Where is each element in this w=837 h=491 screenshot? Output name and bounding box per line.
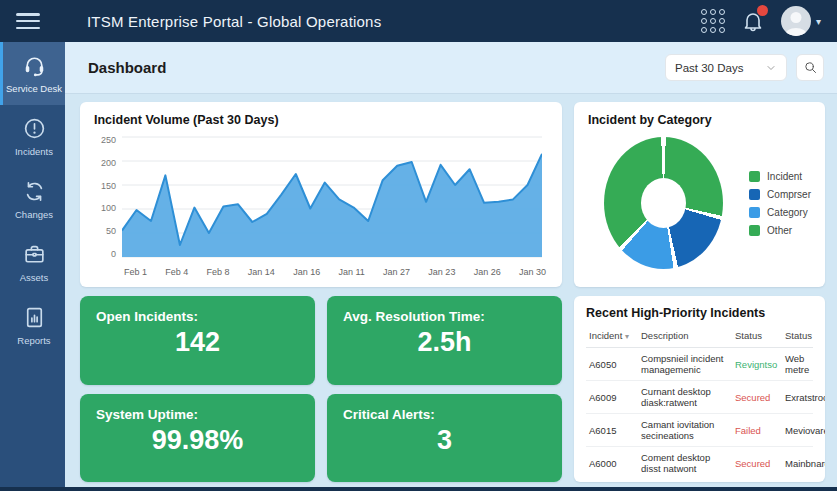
sidebar: Service Desk Incidents Changes Assets Re… xyxy=(0,42,65,491)
kpi-label: Avg. Resolution Time: xyxy=(343,309,546,324)
incidents-table-head: Incident ▾DescriptionStatusStatus xyxy=(586,325,813,348)
x-tick-label: Jan 14 xyxy=(248,267,275,277)
legend-swatch xyxy=(749,171,760,182)
hamburger-menu-icon[interactable] xyxy=(16,13,40,29)
column-header[interactable]: Description xyxy=(638,325,732,348)
content-area: Dashboard Past 30 Days Incident Volume (… xyxy=(65,42,837,491)
bottom-edge-bar xyxy=(0,487,837,491)
sidebar-item-incidents[interactable]: Incidents xyxy=(0,105,65,168)
sidebar-item-assets[interactable]: Assets xyxy=(0,231,65,294)
cell-status2: Mainbnarce xyxy=(782,447,813,480)
area-chart-x-axis: Feb 1Feb 4Feb 8Jan 14Jan 16Jan 11Jan 27J… xyxy=(122,267,548,277)
incident-volume-title: Incident Volume (Past 30 Days) xyxy=(94,113,548,127)
legend-swatch xyxy=(749,225,760,236)
dashboard-grid: Incident Volume (Past 30 Days) 250200150… xyxy=(65,94,837,482)
area-chart-y-axis: 250200150100500 xyxy=(94,135,122,259)
incident-category-card: Incident by Category Incident Comprser C… xyxy=(574,102,825,287)
x-tick-label: Jan 16 xyxy=(293,267,320,277)
cell-status: Revigntso xyxy=(732,348,782,381)
user-menu[interactable]: ▾ xyxy=(781,6,821,36)
column-header[interactable]: Status xyxy=(732,325,782,348)
table-row[interactable]: A6015 Camant iovitation secineations Fai… xyxy=(586,414,813,447)
date-range-value: Past 30 Days xyxy=(675,62,743,74)
kpi-value: 3 xyxy=(343,425,546,456)
legend-swatch xyxy=(749,207,760,218)
date-range-dropdown[interactable]: Past 30 Days xyxy=(665,54,787,81)
incidents-table-body: A6050 Compsnieil incident managemenic Re… xyxy=(586,348,813,480)
cell-status2: Web metre xyxy=(782,348,813,381)
cell-incident-id: A6050 xyxy=(586,348,638,381)
table-row[interactable]: A6050 Compsnieil incident managemenic Re… xyxy=(586,348,813,381)
cell-status: Failed xyxy=(732,414,782,447)
sidebar-item-label: Service Desk xyxy=(6,83,62,94)
kpi-grid: Open Incidents: 142 Avg. Resolution Time… xyxy=(80,296,562,482)
legend-label: Category xyxy=(767,207,808,218)
app-grid-icon[interactable] xyxy=(701,9,725,33)
search-icon xyxy=(803,60,818,75)
sidebar-item-service-desk[interactable]: Service Desk xyxy=(0,42,65,105)
column-header[interactable]: Status xyxy=(782,325,813,348)
chevron-down-icon: ▾ xyxy=(816,16,821,27)
kpi-value: 2.5h xyxy=(343,327,546,358)
briefcase-icon xyxy=(22,242,47,267)
avatar[interactable] xyxy=(781,6,811,36)
sidebar-item-label: Reports xyxy=(17,335,50,346)
x-tick-label: Feb 8 xyxy=(207,267,230,277)
table-row[interactable]: A6009 Curnant desktop diask:ratwent Secu… xyxy=(586,381,813,414)
y-tick-label: 100 xyxy=(101,203,116,213)
sidebar-item-label: Incidents xyxy=(15,146,53,157)
cell-status2: Meviovares xyxy=(782,414,813,447)
cell-status: Secured xyxy=(732,447,782,480)
kpi-label: System Uptime: xyxy=(96,407,299,422)
page-toolbar: Dashboard Past 30 Days xyxy=(65,42,837,94)
y-tick-label: 250 xyxy=(101,135,116,145)
incidents-table-title: Recent High-Priority Incidents xyxy=(586,306,813,320)
bell-icon[interactable] xyxy=(741,9,765,33)
area-chart-plot xyxy=(122,135,542,259)
kpi-critical-alerts: Critical Alerts: 3 xyxy=(327,394,562,483)
table-row[interactable]: A6000 Coment desktop disst natwont Secur… xyxy=(586,447,813,480)
x-tick-label: Feb 4 xyxy=(165,267,188,277)
cell-incident-id: A6015 xyxy=(586,414,638,447)
kpi-open-incidents: Open Incidents: 142 xyxy=(80,296,315,385)
kpi-label: Open Incidents: xyxy=(96,309,299,324)
sort-icon[interactable]: ▾ xyxy=(625,332,629,341)
sidebar-item-changes[interactable]: Changes xyxy=(0,168,65,231)
cell-description: Coment desktop disst natwont xyxy=(638,447,732,480)
cell-description: Compsnieil incident managemenic xyxy=(638,348,732,381)
legend-item: Category xyxy=(749,207,811,218)
cell-description: Camant iovitation secineations xyxy=(638,414,732,447)
legend-label: Other xyxy=(767,225,792,236)
cell-status2: Exratstroct xyxy=(782,381,813,414)
legend-label: Comprser xyxy=(767,189,811,200)
kpi-system-uptime: System Uptime: 99.98% xyxy=(80,394,315,483)
high-priority-incidents-card: Recent High-Priority Incidents Incident … xyxy=(574,296,825,482)
kpi-avg-resolution-time: Avg. Resolution Time: 2.5h xyxy=(327,296,562,385)
search-button[interactable] xyxy=(796,54,824,81)
chevron-down-icon xyxy=(765,62,777,74)
sync-icon xyxy=(22,179,47,204)
x-tick-label: Feb 1 xyxy=(124,267,147,277)
page-title: Dashboard xyxy=(88,59,166,76)
cell-status: Secured xyxy=(732,381,782,414)
incidents-table: Incident ▾DescriptionStatusStatus A6050 … xyxy=(586,325,813,479)
legend-swatch xyxy=(749,189,760,200)
cell-incident-id: A6000 xyxy=(586,447,638,480)
y-tick-label: 150 xyxy=(101,181,116,191)
legend-item: Comprser xyxy=(749,189,811,200)
donut-chart xyxy=(604,137,723,269)
cell-incident-id: A6009 xyxy=(586,381,638,414)
top-bar: ITSM Enterprise Portal - Global Operatio… xyxy=(0,0,837,42)
cell-description: Curnant desktop diask:ratwent xyxy=(638,381,732,414)
y-tick-label: 0 xyxy=(111,249,116,259)
y-tick-label: 200 xyxy=(101,158,116,168)
incident-volume-chart: 250200150100500 Feb 1Feb 4Feb 8Jan 14Jan… xyxy=(94,135,548,277)
x-tick-label: Jan 23 xyxy=(428,267,455,277)
sidebar-item-reports[interactable]: Reports xyxy=(0,294,65,357)
kpi-label: Critical Alerts: xyxy=(343,407,546,422)
app-title: ITSM Enterprise Portal - Global Operatio… xyxy=(87,13,381,30)
x-tick-label: Jan 11 xyxy=(338,267,364,277)
alert-circle-icon xyxy=(22,116,47,141)
column-header[interactable]: Incident ▾ xyxy=(586,325,638,348)
kpi-value: 142 xyxy=(96,327,299,358)
